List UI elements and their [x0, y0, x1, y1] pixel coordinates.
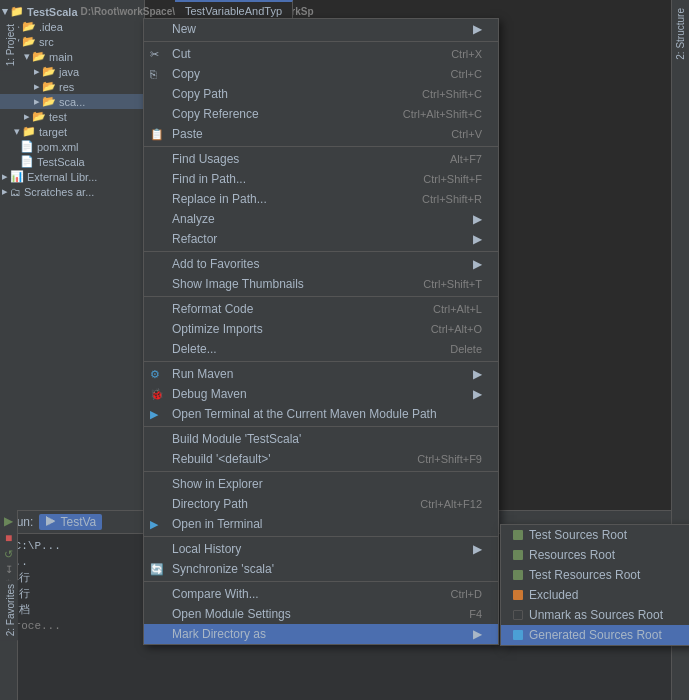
- debug-maven-icon: 🐞: [150, 388, 164, 401]
- run-tab[interactable]: ⯈ TestVa: [39, 514, 102, 530]
- menu-item-paste[interactable]: 📋 Paste Ctrl+V: [144, 124, 498, 144]
- libs-icon: 📊: [10, 170, 24, 183]
- menu-separator-4: [144, 296, 498, 297]
- editor-tab-testscala[interactable]: TestVariableAndTyp: [175, 0, 293, 20]
- menu-item-label: Replace in Path...: [172, 192, 267, 206]
- java-folder-icon: 📂: [42, 65, 56, 78]
- submenu-item-generatedsources[interactable]: Generated Sources Root: [501, 625, 689, 645]
- submenu-item-testsourcesroot[interactable]: Test Sources Root: [501, 525, 689, 545]
- menu-item-label: Reformat Code: [172, 302, 253, 316]
- menu-separator-6: [144, 426, 498, 427]
- menu-item-openmodulesettings[interactable]: Open Module Settings F4: [144, 604, 498, 624]
- tree-item-extlibs[interactable]: ▸ 📊 External Libr...: [0, 169, 144, 184]
- menu-item-optimizeimports[interactable]: Optimize Imports Ctrl+Alt+O: [144, 319, 498, 339]
- submenu-item-testresourcesroot[interactable]: Test Resources Root: [501, 565, 689, 585]
- color-swatch-testresources: [513, 570, 523, 580]
- tree-item-java[interactable]: ▸ 📂 java: [0, 64, 144, 79]
- menu-item-addtofav[interactable]: Add to Favorites ▶: [144, 254, 498, 274]
- scala-folder-icon: 📂: [42, 95, 56, 108]
- menu-item-label: Compare With...: [172, 587, 259, 601]
- submenu-arrow-icon: ▶: [473, 367, 482, 381]
- folder-icon: 📂: [32, 50, 46, 63]
- menu-item-copy[interactable]: ⎘ Copy Ctrl+C: [144, 64, 498, 84]
- tree-scala-label: sca...: [59, 96, 85, 108]
- favorites-sidebar-label[interactable]: 2: Favorites: [0, 580, 18, 640]
- tree-item-scratches[interactable]: ▸ 🗂 Scratches ar...: [0, 184, 144, 199]
- tree-item-main[interactable]: ▾ 📂 main: [0, 49, 144, 64]
- tree-res-label: res: [59, 81, 74, 93]
- run-play-icon[interactable]: ▶: [4, 514, 13, 528]
- menu-item-syncscala[interactable]: 🔄 Synchronize 'scala': [144, 559, 498, 579]
- target-folder-icon: 📁: [22, 125, 36, 138]
- menu-item-refactor[interactable]: Refactor ▶: [144, 229, 498, 249]
- tree-item-test[interactable]: ▸ 📂 test: [0, 109, 144, 124]
- tree-item-target[interactable]: ▾ 📁 target: [0, 124, 144, 139]
- tree-src-label: src: [39, 36, 54, 48]
- findinpath-shortcut: Ctrl+Shift+F: [423, 173, 482, 185]
- menu-item-markdiras[interactable]: Mark Directory as ▶ Test Sources Root Re…: [144, 624, 498, 644]
- context-menu: New ▶ ✂ Cut Ctrl+X ⎘ Copy Ctrl+C Copy Pa…: [143, 18, 499, 645]
- tree-item-root[interactable]: ▾ 📁 TestScala D:\Root\workSpace\IntelliJ…: [0, 4, 144, 19]
- menu-item-localhistory[interactable]: Local History ▶: [144, 539, 498, 559]
- submenu-arrow-icon: ▶: [473, 627, 482, 641]
- run-stop-icon[interactable]: ■: [5, 531, 12, 545]
- menu-item-replaceinpath[interactable]: Replace in Path... Ctrl+Shift+R: [144, 189, 498, 209]
- paste-icon: 📋: [150, 128, 164, 141]
- submenu-item-label: Test Sources Root: [529, 528, 627, 542]
- menu-item-reformat[interactable]: Reformat Code Ctrl+Alt+L: [144, 299, 498, 319]
- menu-item-analyze[interactable]: Analyze ▶: [144, 209, 498, 229]
- copyref-shortcut: Ctrl+Alt+Shift+C: [403, 108, 482, 120]
- submenu-item-unmark[interactable]: Unmark as Sources Root: [501, 605, 689, 625]
- menu-item-openterminal-maven[interactable]: ▶ Open Terminal at the Current Maven Mod…: [144, 404, 498, 424]
- modulesettings-shortcut: F4: [469, 608, 482, 620]
- menu-item-label: Open Module Settings: [172, 607, 291, 621]
- menu-item-openinterminal[interactable]: ▶ Open in Terminal: [144, 514, 498, 534]
- menu-item-copyref[interactable]: Copy Reference Ctrl+Alt+Shift+C: [144, 104, 498, 124]
- submenu-item-excluded[interactable]: Excluded: [501, 585, 689, 605]
- menu-item-copypath[interactable]: Copy Path Ctrl+Shift+C: [144, 84, 498, 104]
- expand-icon: ▸: [2, 170, 8, 183]
- project-sidebar-label[interactable]: 1: Project: [0, 20, 18, 70]
- tree-item-src[interactable]: ▾ 📂 src: [0, 34, 144, 49]
- color-swatch-resources: [513, 550, 523, 560]
- menu-item-delete[interactable]: Delete... Delete: [144, 339, 498, 359]
- menu-item-comparewith[interactable]: Compare With... Ctrl+D: [144, 584, 498, 604]
- menu-item-cut[interactable]: ✂ Cut Ctrl+X: [144, 44, 498, 64]
- run-scroll-icon[interactable]: ↧: [5, 564, 13, 575]
- menu-item-label: Paste: [172, 127, 203, 141]
- tree-item-pomxml[interactable]: 📄 pom.xml: [0, 139, 144, 154]
- menu-item-rebuild[interactable]: Rebuild '<default>' Ctrl+Shift+F9: [144, 449, 498, 469]
- tree-item-testscala[interactable]: 📄 TestScala: [0, 154, 144, 169]
- menu-item-label: New: [172, 22, 196, 36]
- menu-item-showinexplorer[interactable]: Show in Explorer: [144, 474, 498, 494]
- submenu-item-resourcesroot[interactable]: Resources Root: [501, 545, 689, 565]
- run-rerun-icon[interactable]: ↺: [4, 548, 13, 561]
- structure-label[interactable]: 2: Structure: [675, 8, 686, 60]
- tree-item-scala[interactable]: ▸ 📂 sca...: [0, 94, 144, 109]
- cut-shortcut: Ctrl+X: [451, 48, 482, 60]
- menu-item-directorypath[interactable]: Directory Path Ctrl+Alt+F12: [144, 494, 498, 514]
- expand-icon: ▸: [24, 110, 30, 123]
- menu-item-new[interactable]: New ▶: [144, 19, 498, 39]
- menu-item-label: Cut: [172, 47, 191, 61]
- dirpath-shortcut: Ctrl+Alt+F12: [420, 498, 482, 510]
- menu-item-buildmodule[interactable]: Build Module 'TestScala': [144, 429, 498, 449]
- tree-item-resources[interactable]: ▸ 📂 res: [0, 79, 144, 94]
- optimizeimports-shortcut: Ctrl+Alt+O: [431, 323, 482, 335]
- tree-item-idea[interactable]: ▸ 📂 .idea: [0, 19, 144, 34]
- menu-item-label: Synchronize 'scala': [172, 562, 274, 576]
- menu-item-showthumbs[interactable]: Show Image Thumbnails Ctrl+Shift+T: [144, 274, 498, 294]
- tree-target-label: target: [39, 126, 67, 138]
- menu-separator-1: [144, 41, 498, 42]
- folder-icon: 📂: [22, 35, 36, 48]
- menu-item-runmaven[interactable]: ⚙ Run Maven ▶: [144, 364, 498, 384]
- copy-shortcut: Ctrl+C: [451, 68, 482, 80]
- menu-item-findusages[interactable]: Find Usages Alt+F7: [144, 149, 498, 169]
- menu-item-label: Open Terminal at the Current Maven Modul…: [172, 407, 437, 421]
- menu-item-findinpath[interactable]: Find in Path... Ctrl+Shift+F: [144, 169, 498, 189]
- expand-icon: ▾: [14, 125, 20, 138]
- menu-item-debugmaven[interactable]: 🐞 Debug Maven ▶: [144, 384, 498, 404]
- menu-item-label: Copy: [172, 67, 200, 81]
- menu-separator-7: [144, 471, 498, 472]
- tree-main-label: main: [49, 51, 73, 63]
